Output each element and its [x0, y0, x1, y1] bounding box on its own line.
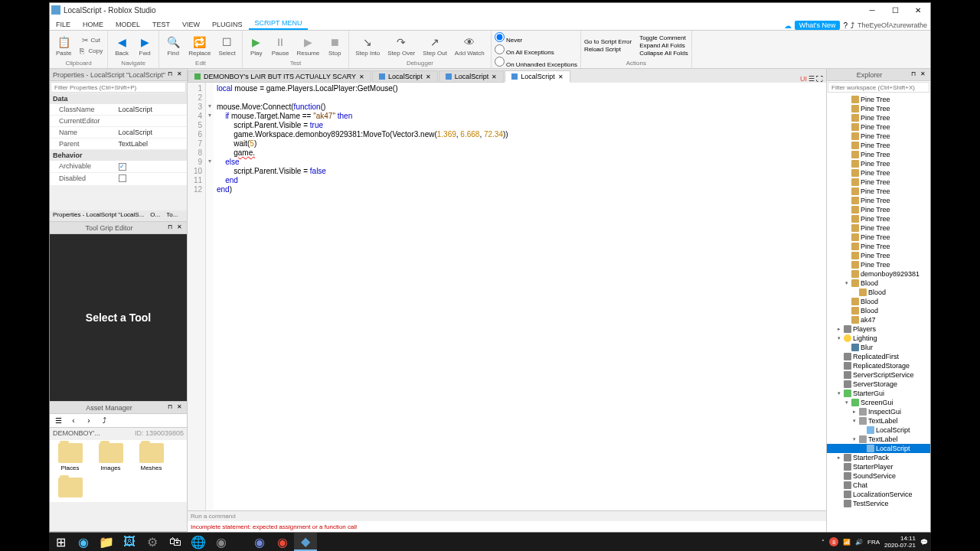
clock-date[interactable]: 2020-07-21 [884, 542, 916, 549]
unhandled-radio[interactable]: On Unhandled Exceptions [495, 57, 577, 68]
tree-item[interactable]: ▾Blood [827, 279, 930, 288]
back-arrow-icon[interactable]: ‹ [68, 416, 79, 426]
tree-item[interactable]: ▾Lighting [827, 334, 930, 343]
tab-close-icon[interactable]: ✕ [426, 73, 431, 80]
asset-folder[interactable]: Places [53, 443, 87, 471]
tree-item[interactable]: Pine Tree [827, 260, 930, 269]
tab-close-icon[interactable]: ✕ [558, 73, 564, 80]
tree-item[interactable]: SoundService [827, 471, 930, 481]
step-out-button[interactable]: ↗Step Out [420, 33, 450, 58]
tree-item[interactable]: ▾StarterGui [827, 389, 930, 398]
explorer-filter-input[interactable] [828, 82, 929, 93]
tree-item[interactable]: StarterPlayer [827, 462, 930, 471]
tree-item[interactable]: Pine Tree [827, 141, 930, 150]
tab-close-icon[interactable]: ✕ [492, 73, 497, 80]
tree-item[interactable]: Blood [827, 288, 930, 297]
asset-manager-close-icon[interactable]: ✕ [175, 403, 184, 412]
editor-tab[interactable]: LocalScript✕ [505, 70, 570, 83]
never-radio[interactable]: Never [495, 32, 577, 44]
tab-close-icon[interactable]: ✕ [359, 73, 364, 80]
tree-item[interactable]: Pine Tree [827, 178, 930, 187]
back-button[interactable]: ◀Back [111, 33, 132, 58]
step-into-button[interactable]: ↘Step Into [352, 33, 383, 58]
tree-item[interactable]: Pine Tree [827, 168, 930, 178]
tree-item[interactable]: Pine Tree [827, 233, 930, 242]
tree-item[interactable]: Pine Tree [827, 242, 930, 251]
tree-item[interactable]: ▸StarterPack [827, 453, 930, 462]
props-tab-2[interactable]: To... [163, 210, 181, 221]
start-button[interactable]: ⊞ [49, 533, 72, 551]
tree-item[interactable]: ▾ScreenGui [827, 398, 930, 407]
menu-script[interactable]: SCRIPT MENU [249, 18, 309, 30]
tree-item[interactable]: Blood [827, 297, 930, 306]
whats-new-button[interactable]: What's New [795, 21, 841, 30]
step-over-button[interactable]: ↷Step Over [384, 33, 418, 58]
roblox-studio-taskbar-icon[interactable]: ◆ [294, 533, 317, 551]
tree-item[interactable]: ReplicatedStorage [827, 361, 930, 370]
tree-toggle-icon[interactable]: ▸ [838, 326, 844, 332]
explorer-close-icon[interactable]: ✕ [918, 70, 927, 80]
copy-button[interactable]: ⎘Copy [76, 46, 104, 57]
props-tab-1[interactable]: O... [147, 210, 163, 221]
properties-close-icon[interactable]: ✕ [175, 70, 184, 80]
settings-icon[interactable]: ⚙ [141, 533, 164, 551]
store-icon[interactable]: 🛍 [164, 533, 187, 551]
replace-button[interactable]: 🔁Replace [185, 33, 214, 58]
play-button[interactable]: ▶Play [246, 33, 267, 58]
wifi-icon[interactable]: 📶 [843, 539, 851, 546]
tree-toggle-icon[interactable]: ▸ [838, 455, 844, 461]
fwd-button[interactable]: ▶Fwd [134, 33, 155, 58]
asset-folder[interactable]: Meshes [134, 443, 168, 471]
asset-folder[interactable]: Images [93, 443, 128, 471]
props-tab-0[interactable]: Properties - LocalScript "LocalS... [50, 210, 147, 221]
tree-toggle-icon[interactable]: ▸ [853, 409, 859, 415]
tree-item[interactable]: Pine Tree [827, 159, 930, 168]
paste-button[interactable]: 📋Paste [53, 33, 74, 58]
share-icon[interactable]: ⤴ [851, 21, 854, 30]
tree-item[interactable]: LocalScript [827, 425, 930, 435]
tree-item[interactable]: ReplicatedFirst [827, 352, 930, 361]
reload-script-button[interactable]: Reload Script [584, 46, 632, 53]
tree-item[interactable]: Pine Tree [827, 251, 930, 260]
find-button[interactable]: 🔍Find [162, 33, 184, 58]
tree-item[interactable]: Pine Tree [827, 113, 930, 122]
tree-toggle-icon[interactable]: ▾ [845, 399, 851, 406]
upload-icon[interactable]: ⤴ [99, 416, 109, 426]
tree-item[interactable]: ak47 [827, 315, 930, 324]
maximize-button[interactable]: ☐ [884, 4, 906, 16]
tree-item[interactable]: LocalScript [827, 444, 930, 453]
tree-item[interactable]: Pine Tree [827, 122, 930, 132]
all-exceptions-radio[interactable]: On All Exceptions [495, 44, 577, 56]
photos-icon[interactable]: 🖼 [118, 533, 141, 551]
editor-tab[interactable]: DEMONBOY's LAIR BUT ITS ACTUALLY SCARY✕ [188, 70, 371, 83]
cut-button[interactable]: ✂Cut [76, 35, 104, 46]
app-icon-2[interactable]: ◉ [271, 533, 294, 551]
tree-toggle-icon[interactable]: ▾ [838, 390, 844, 396]
menu-file[interactable]: FILE [50, 19, 77, 30]
asset-manager-pin-icon[interactable]: ⊓ [165, 403, 175, 412]
tree-item[interactable]: Pine Tree [827, 196, 930, 205]
tree-item[interactable]: Pine Tree [827, 214, 930, 223]
code-editor[interactable]: 123456789101112 ▾▾▾ local mouse = game.P… [188, 83, 826, 510]
menu-view[interactable]: VIEW [176, 19, 206, 30]
tree-toggle-icon[interactable]: ▾ [838, 335, 844, 341]
properties-pin-icon[interactable]: ⊓ [165, 70, 175, 80]
tool-grip-close-icon[interactable]: ✕ [175, 223, 184, 233]
minimize-button[interactable]: ─ [861, 4, 883, 16]
tree-item[interactable]: ▾TextLabel [827, 435, 930, 444]
pause-button[interactable]: ⏸Pause [269, 33, 292, 58]
forward-arrow-icon[interactable]: › [83, 416, 94, 426]
ui-toggle[interactable]: UI [800, 75, 807, 83]
hamburger-icon[interactable]: ☰ [53, 416, 64, 426]
editor-menu-icon[interactable]: ☰ [808, 75, 815, 83]
collapse-folds-button[interactable]: Collapse All Folds [639, 50, 688, 57]
tree-toggle-icon[interactable]: ▾ [853, 436, 859, 442]
tree-item[interactable]: Pine Tree [827, 205, 930, 214]
tree-item[interactable]: Pine Tree [827, 95, 930, 104]
disabled-checkbox[interactable] [119, 174, 126, 182]
tree-item[interactable]: Pine Tree [827, 132, 930, 141]
volume-icon[interactable]: 🔊 [855, 539, 863, 546]
properties-filter-input[interactable] [51, 82, 186, 93]
tree-item[interactable]: Pine Tree [827, 223, 930, 233]
lang-label[interactable]: FRA [867, 539, 880, 546]
